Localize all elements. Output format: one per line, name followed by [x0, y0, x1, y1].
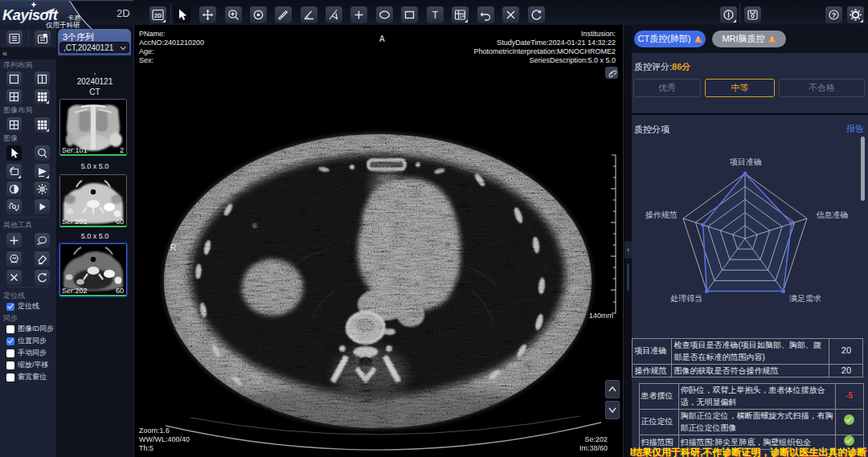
svg-text:T: T	[432, 10, 439, 21]
svg-text:14: 14	[459, 14, 465, 18]
svg-text:2D: 2D	[154, 13, 162, 18]
svg-text:操作规范: 操作规范	[645, 210, 678, 219]
svg-text:仅用于科研: 仅用于科研	[46, 21, 80, 29]
svg-text:满足需求: 满足需求	[789, 294, 821, 303]
svg-text:项目准确: 项目准确	[729, 157, 762, 166]
svg-text:处理得当: 处理得当	[670, 294, 702, 303]
svg-text:?: ?	[832, 11, 837, 19]
svg-text:信息准确: 信息准确	[817, 210, 849, 219]
svg-text:140mm: 140mm	[589, 312, 613, 320]
